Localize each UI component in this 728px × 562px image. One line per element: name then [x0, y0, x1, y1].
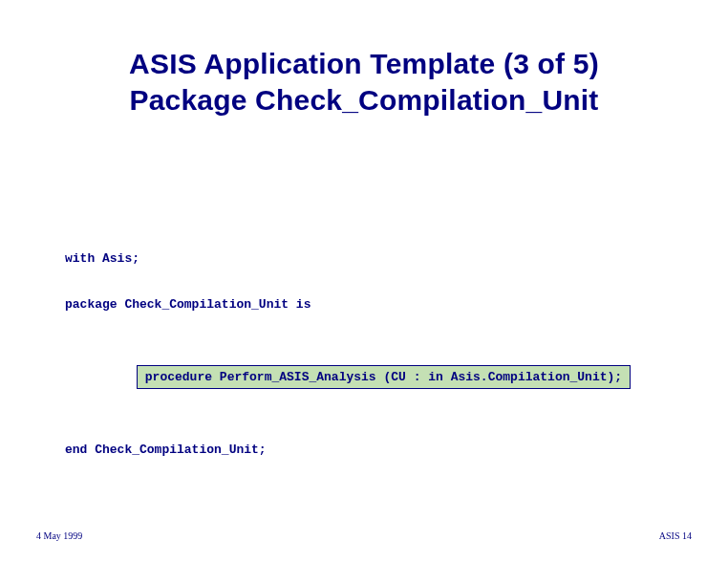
- slide: ASIS Application Template (3 of 5) Packa…: [0, 0, 728, 562]
- highlight-box-wrap: procedure Perform_ASIS_Analysis (CU : in…: [92, 351, 690, 403]
- footer-page: ASIS 14: [659, 530, 692, 541]
- footer-date: 4 May 1999: [36, 530, 82, 541]
- code-line-package: package Check_Compilation_Unit is: [65, 296, 690, 313]
- code-line-end: end Check_Compilation_Unit;: [65, 442, 690, 459]
- title-line-2: Package Check_Compilation_Unit: [0, 82, 728, 119]
- procedure-highlight-box: procedure Perform_ASIS_Analysis (CU : in…: [137, 365, 631, 389]
- code-block: with Asis; package Check_Compilation_Uni…: [65, 222, 690, 487]
- code-line-with: with Asis;: [65, 250, 690, 268]
- slide-title: ASIS Application Template (3 of 5) Packa…: [0, 46, 728, 118]
- title-line-1: ASIS Application Template (3 of 5): [0, 46, 728, 82]
